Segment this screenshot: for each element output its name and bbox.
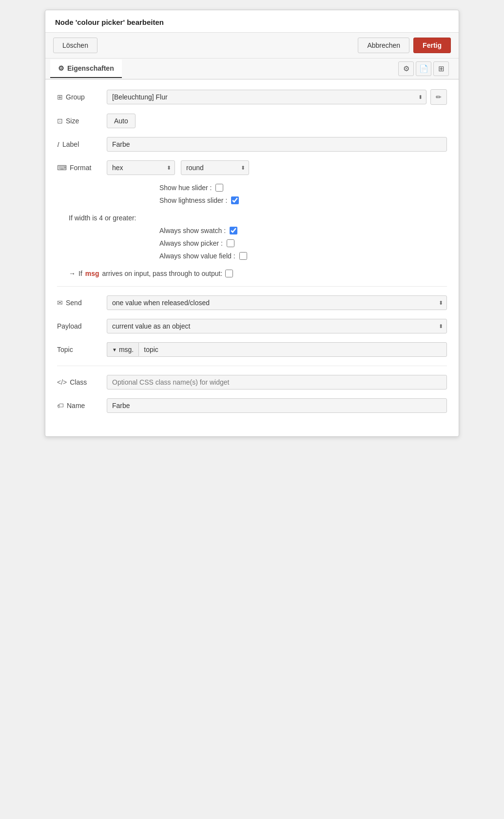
class-label-text: Class	[70, 378, 87, 386]
always-picker-label: Always show picker :	[159, 239, 223, 247]
tab-properties[interactable]: ⚙ Eigenschaften	[50, 59, 122, 78]
topic-label: Topic	[57, 346, 101, 353]
show-lightness-checkbox[interactable]	[231, 196, 239, 204]
class-input[interactable]	[107, 375, 447, 390]
width-section-label: If width is 4 or greater:	[69, 214, 447, 222]
label-label: 𝐼 Label	[57, 140, 101, 149]
always-picker-checkbox[interactable]	[227, 239, 234, 247]
toolbar-right: Abbrechen Fertig	[358, 38, 451, 53]
always-value-label: Always show value field :	[159, 252, 235, 260]
name-control	[107, 398, 447, 413]
size-control: Auto	[107, 114, 447, 128]
spacer1	[57, 209, 447, 214]
payload-row: Payload current value as an object	[57, 319, 447, 333]
always-swatch-label: Always show swatch :	[159, 227, 226, 234]
properties-body: ⊞ Group [Beleuchtung] Flur ✏ ⊡ Size Auto	[45, 79, 459, 436]
tabs-row: ⚙ Eigenschaften ⚙ 📄 ⊞	[45, 58, 459, 79]
class-icon: </>	[57, 378, 67, 386]
label-control	[107, 137, 447, 152]
msg-prefix-text: If	[78, 270, 82, 277]
send-control: one value when released/closed	[107, 295, 447, 310]
layout-icon-btn[interactable]: ⊞	[433, 61, 449, 76]
name-input[interactable]	[107, 398, 447, 413]
msg-keyword: msg	[85, 270, 99, 277]
format-label: ⌨ Format	[57, 164, 101, 172]
payload-select[interactable]: current value as an object	[107, 319, 447, 333]
payload-label-text: Payload	[57, 322, 82, 330]
format-row: ⌨ Format hex round	[57, 160, 447, 175]
show-lightness-row: Show lightness slider :	[159, 196, 447, 204]
dialog-toolbar: Löschen Abbrechen Fertig	[45, 33, 459, 58]
format-hex-wrapper: hex	[107, 160, 175, 175]
chevron-down-icon: ▼	[112, 347, 117, 352]
msg-passthrough-row: → If msg arrives on input, pass through …	[69, 270, 447, 277]
name-row: 🏷 Name	[57, 398, 447, 413]
size-label-text: Size	[66, 117, 79, 125]
cancel-button[interactable]: Abbrechen	[358, 38, 409, 53]
doc-icon-btn[interactable]: 📄	[416, 61, 431, 76]
topic-prefix-text: msg.	[119, 346, 134, 353]
send-select[interactable]: one value when released/closed	[107, 295, 447, 310]
group-row: ⊞ Group [Beleuchtung] Flur ✏	[57, 89, 447, 105]
topic-label-text: Topic	[57, 346, 73, 353]
size-icon: ⊡	[57, 117, 63, 125]
format-control: hex round	[107, 160, 447, 175]
topic-control: ▼ msg.	[107, 342, 447, 357]
size-row: ⊡ Size Auto	[57, 114, 447, 128]
always-swatch-row: Always show swatch :	[159, 227, 447, 234]
payload-control: current value as an object	[107, 319, 447, 333]
always-picker-row: Always show picker :	[159, 239, 447, 247]
format-icon: ⌨	[57, 164, 67, 172]
format-label-text: Format	[70, 164, 91, 172]
label-icon: 𝐼	[57, 140, 59, 149]
topic-row: Topic ▼ msg.	[57, 342, 447, 357]
msg-passthrough-checkbox[interactable]	[225, 270, 233, 277]
delete-button[interactable]: Löschen	[53, 38, 97, 53]
size-button[interactable]: Auto	[107, 114, 136, 128]
show-hue-row: Show hue slider :	[159, 184, 447, 192]
label-row: 𝐼 Label	[57, 137, 447, 152]
divider2	[57, 366, 447, 366]
group-edit-button[interactable]: ✏	[430, 89, 447, 105]
spacer2	[57, 265, 447, 270]
format-hex-select[interactable]: hex	[107, 160, 175, 175]
show-hue-checkbox[interactable]	[215, 184, 223, 192]
msg-suffix-text: arrives on input, pass through to output…	[102, 270, 223, 277]
class-row: </> Class	[57, 375, 447, 390]
group-control: [Beleuchtung] Flur ✏	[107, 89, 447, 105]
done-button[interactable]: Fertig	[413, 38, 451, 53]
group-select[interactable]: [Beleuchtung] Flur	[107, 90, 426, 104]
group-label: ⊞ Group	[57, 93, 101, 101]
topic-input[interactable]	[138, 342, 447, 357]
send-row: ✉ Send one value when released/closed	[57, 295, 447, 310]
dialog-title: Node 'colour picker' bearbeiten	[45, 10, 459, 33]
toolbar-left: Löschen	[53, 38, 97, 53]
name-label: 🏷 Name	[57, 402, 101, 410]
topic-input-group: ▼ msg.	[107, 342, 447, 357]
always-value-checkbox[interactable]	[239, 252, 247, 260]
name-icon: 🏷	[57, 402, 64, 410]
group-label-text: Group	[66, 93, 85, 101]
payload-label: Payload	[57, 322, 101, 330]
divider1	[57, 286, 447, 287]
always-swatch-checkbox[interactable]	[230, 227, 237, 234]
label-label-text: Label	[62, 140, 79, 148]
format-round-select[interactable]: round	[181, 160, 249, 175]
group-icon: ⊞	[57, 93, 63, 101]
show-hue-label: Show hue slider :	[159, 184, 212, 192]
settings-icon-btn[interactable]: ⚙	[398, 61, 414, 76]
send-label: ✉ Send	[57, 299, 101, 307]
send-icon: ✉	[57, 299, 63, 307]
payload-select-wrapper: current value as an object	[107, 319, 447, 333]
group-select-wrapper: [Beleuchtung] Flur	[107, 90, 426, 104]
topic-prefix-button[interactable]: ▼ msg.	[107, 342, 138, 357]
always-value-row: Always show value field :	[159, 252, 447, 260]
title-text: Node 'colour picker' bearbeiten	[55, 18, 164, 26]
send-select-wrapper: one value when released/closed	[107, 295, 447, 310]
class-label: </> Class	[57, 378, 101, 386]
tab-icons-group: ⚙ 📄 ⊞	[393, 58, 454, 79]
size-label: ⊡ Size	[57, 117, 101, 125]
label-input[interactable]	[107, 137, 447, 152]
arrow-icon: →	[69, 270, 76, 277]
format-round-wrapper: round	[181, 160, 249, 175]
